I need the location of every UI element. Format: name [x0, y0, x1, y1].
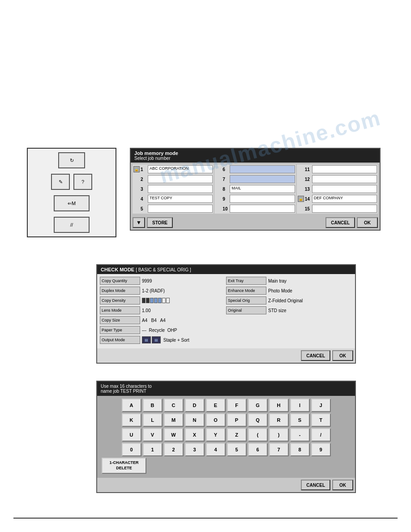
check-label-exittray: Exit Tray — [226, 277, 266, 285]
keyboard-panel: Use max 16 characters to name job TEST P… — [96, 381, 356, 493]
output-text: Staple + Sort — [162, 338, 189, 343]
job-input-7[interactable] — [230, 175, 295, 183]
density-seg-6 — [162, 298, 166, 303]
job-input-3[interactable] — [148, 185, 213, 193]
key-5[interactable]: 5 — [227, 443, 247, 456]
delete-char-button[interactable]: 1-CHARACTERDELETE — [102, 458, 146, 474]
job-input-15[interactable] — [312, 205, 377, 213]
key-Z[interactable]: Z — [227, 428, 247, 442]
key-W[interactable]: W — [164, 428, 184, 442]
key-open-paren[interactable]: ( — [248, 428, 268, 442]
job-input-6[interactable] — [230, 165, 295, 173]
scroll-down-btn[interactable]: ▼ — [133, 217, 145, 228]
density-seg-5 — [158, 298, 162, 303]
job-input-1[interactable]: ABC CORPORATION — [148, 165, 213, 173]
key-Q[interactable]: Q — [248, 413, 268, 427]
key-R[interactable]: R — [269, 413, 289, 427]
check-mode-content: Copy Quantity 9999 Duplex Mode 1-2 (RADF… — [97, 274, 355, 348]
clear-btn[interactable]: // — [54, 217, 90, 233]
job-input-10[interactable] — [230, 205, 295, 213]
job-row-1: 🔒 1 ABC CORPORATION — [133, 164, 214, 174]
job-num-3: 3 — [141, 187, 147, 192]
key-H[interactable]: H — [269, 399, 289, 412]
keyboard-footer: CANCEL OK — [97, 478, 355, 492]
check-label-quantity: Copy Quantity — [100, 277, 140, 285]
keyboard-ok-button[interactable]: OK — [332, 480, 353, 490]
key-U[interactable]: U — [122, 428, 141, 442]
key-6[interactable]: 6 — [248, 443, 268, 456]
check-cancel-button[interactable]: CANCEL — [301, 350, 330, 361]
check-row-exittray: Exit Tray Main tray — [226, 277, 352, 285]
job-row-14: 🔒 14 DEF COMPANY — [297, 194, 378, 204]
key-J[interactable]: J — [311, 399, 331, 412]
key-X[interactable]: X — [185, 428, 205, 442]
job-input-4[interactable]: TEST COPY — [148, 195, 213, 203]
job-num-11: 11 — [305, 167, 311, 172]
job-grid: 🔒 1 ABC CORPORATION 2 3 4 TEST — [131, 163, 380, 215]
key-C[interactable]: C — [164, 399, 184, 412]
key-7[interactable]: 7 — [269, 443, 289, 456]
key-G[interactable]: G — [248, 399, 268, 412]
key-Y[interactable]: Y — [206, 428, 226, 442]
key-T[interactable]: T — [311, 413, 331, 427]
key-slash[interactable]: / — [311, 428, 331, 442]
key-hyphen[interactable]: - — [290, 428, 310, 442]
job-input-13[interactable] — [312, 185, 377, 193]
key-D[interactable]: D — [185, 399, 205, 412]
key-A[interactable]: A — [122, 399, 141, 412]
job-input-8[interactable]: MAIL — [230, 185, 295, 193]
job-input-12[interactable] — [312, 175, 377, 183]
job-memory-subtitle: Select job number — [134, 156, 376, 161]
density-seg-2 — [146, 298, 150, 303]
key-1[interactable]: 1 — [143, 443, 163, 456]
key-E[interactable]: E — [206, 399, 226, 412]
keyboard-cancel-button[interactable]: CANCEL — [301, 480, 330, 490]
key-0[interactable]: 0 — [122, 443, 141, 456]
icon-panel: ↻ ✎ ? ⇐M // — [27, 148, 116, 237]
job-row-5: 5 — [133, 204, 214, 214]
density-seg-3 — [150, 298, 154, 303]
store-button[interactable]: STORE — [147, 217, 173, 228]
key-P[interactable]: P — [227, 413, 247, 427]
key-O[interactable]: O — [206, 413, 226, 427]
rotate-btn[interactable]: ↻ — [58, 152, 85, 168]
key-3[interactable]: 3 — [185, 443, 205, 456]
key-N[interactable]: N — [185, 413, 205, 427]
keyboard-header-line1: Use max 16 characters to — [101, 384, 351, 389]
key-F[interactable]: F — [227, 399, 247, 412]
check-label-density: Copy Density — [100, 296, 140, 305]
job-cancel-button[interactable]: CANCEL — [325, 217, 355, 228]
job-input-9[interactable] — [230, 195, 295, 203]
key-8[interactable]: 8 — [290, 443, 310, 456]
memory-icon: ⇐M — [68, 201, 76, 206]
key-I[interactable]: I — [290, 399, 310, 412]
key-close-paren[interactable]: ) — [269, 428, 289, 442]
job-input-14[interactable]: DEF COMPANY — [312, 195, 377, 203]
output-icon-1: ▤ — [142, 336, 151, 343]
key-K[interactable]: K — [122, 413, 141, 427]
job-lock-14: 🔒 — [298, 196, 304, 202]
key-2[interactable]: 2 — [164, 443, 184, 456]
job-ok-button[interactable]: OK — [357, 217, 378, 228]
help-btn[interactable]: ? — [73, 174, 92, 190]
check-value-quantity: 9999 — [142, 279, 152, 283]
job-num-15: 15 — [305, 206, 311, 211]
help-icon: ? — [81, 179, 84, 184]
job-input-5[interactable] — [148, 205, 213, 213]
key-9[interactable]: 9 — [311, 443, 331, 456]
job-column-2: 6 7 8 MAIL 9 — [214, 164, 295, 214]
edit-btn[interactable]: ✎ — [51, 174, 70, 190]
key-L[interactable]: L — [143, 413, 163, 427]
arrow-down-icon: ▼ — [136, 219, 141, 226]
key-S[interactable]: S — [290, 413, 310, 427]
job-input-11[interactable] — [312, 165, 377, 173]
key-V[interactable]: V — [143, 428, 163, 442]
memory-btn[interactable]: ⇐M — [54, 195, 90, 211]
job-num-1: 1 — [141, 167, 147, 172]
job-input-2[interactable] — [148, 175, 213, 183]
key-M[interactable]: M — [164, 413, 184, 427]
check-label-output: Output Mode — [100, 336, 140, 344]
key-B[interactable]: B — [143, 399, 163, 412]
check-ok-button[interactable]: OK — [332, 350, 353, 361]
key-4[interactable]: 4 — [206, 443, 226, 456]
